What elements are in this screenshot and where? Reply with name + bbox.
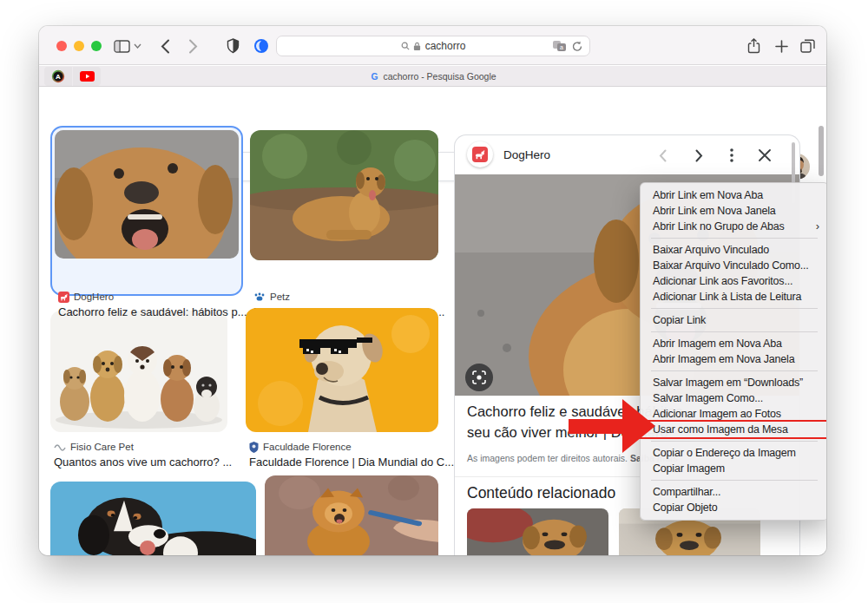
menu-item-open-link-new-tab[interactable]: Abrir Link em Nova Aba [641,187,826,203]
menu-separator [651,370,818,371]
result-image-1[interactable] [55,130,239,259]
reload-icon[interactable] [572,41,582,52]
back-icon [161,39,170,54]
back-button[interactable] [155,36,174,56]
tab-title: cachorro - Pesquisa Google [383,71,496,82]
lens-icon [472,370,486,384]
menu-item-open-link-new-window[interactable]: Abrir Link em Nova Janela [641,203,826,219]
result-image-5[interactable] [50,482,256,555]
screenshot-canvas: { "colors": { "annotation_red": "#e8231d… [0,0,868,603]
result-image-2[interactable] [250,130,438,260]
translate-icon[interactable]: a [552,40,567,52]
svg-text:A: A [56,73,61,81]
menu-item-copy-object[interactable]: Copiar Objeto [641,500,826,515]
url-text: cachorro [425,40,466,52]
menu-item-download-linked-file-as[interactable]: Baixar Arquivo Vinculado Como... [641,258,826,273]
youtube-icon [80,71,95,82]
sidebar-menu-chevron[interactable] [131,36,143,56]
menu-item-download-linked-file[interactable]: Baixar Arquivo Vinculado [641,242,826,258]
close-window-button[interactable] [56,41,67,51]
result-image-4[interactable] [246,308,438,432]
result-source-1[interactable]: DogHero [58,291,114,303]
panel-close-button[interactable] [755,146,774,165]
related-dog-photo-1 [467,508,608,555]
result-source-4[interactable]: Faculdade Florence [249,441,352,453]
share-icon [747,38,760,54]
zoom-window-button[interactable] [91,41,102,51]
arrow-shaft [569,419,624,434]
new-tab-button[interactable] [772,36,791,56]
tab-overview-icon [800,39,815,53]
menu-separator [651,331,818,332]
pomeranian-grooming-photo [265,475,438,555]
extension-icon [253,38,269,54]
result-title-3[interactable]: Quantos anos vive um cachorro? ... [54,456,232,469]
address-bar[interactable]: cachorro a [276,36,590,56]
menu-separator [651,238,818,239]
a-site-icon: A [51,69,65,83]
related-image-1[interactable] [467,508,608,555]
extension-button[interactable] [252,36,271,56]
panel-header: DogHero [455,135,799,174]
fisio-care-favicon [54,443,66,451]
browser-toolbar: cachorro a [39,26,826,65]
red-annotation-arrow [569,399,655,453]
sidebar-icon [114,40,130,53]
menu-item-save-image-as[interactable]: Salvar Imagem Como... [641,390,826,406]
menu-item-copy-link[interactable]: Copiar Link [641,312,826,328]
menu-item-use-as-desktop-picture[interactable]: Usar como Imagem da Mesa [641,422,826,437]
share-button[interactable] [744,36,763,56]
active-tab[interactable]: G cachorro - Pesquisa Google [369,66,496,87]
shield-icon [227,38,240,54]
menu-item-save-image-downloads[interactable]: Salvar Imagem em “Downloads” [641,375,826,390]
menu-item-open-image-new-tab[interactable]: Abrir Imagem em Nova Aba [641,336,826,351]
doghero-logo-icon [472,147,488,162]
menu-separator [651,308,818,309]
more-dots-icon [730,148,733,162]
panel-source-logo[interactable] [467,141,493,167]
tab-overview-button[interactable] [798,36,817,56]
sidebar-toggle-button[interactable] [112,36,131,56]
result-image-6[interactable] [265,475,438,555]
menu-item-open-image-new-window[interactable]: Abrir Imagem em Nova Janela [641,351,826,367]
google-g-icon: G [369,72,378,82]
doghero-favicon [58,292,69,303]
result-image-3[interactable] [50,311,227,432]
google-lens-button[interactable] [465,364,493,391]
tab-bar: A G cachorro - Pesquisa Google [39,66,826,87]
forward-button[interactable] [183,36,202,56]
menu-item-open-link-tab-group[interactable]: Abrir Link no Grupo de Abas› [641,219,826,234]
result-title-4[interactable]: Faculdade Florence | Dia Mundial do C... [249,456,440,469]
menu-item-add-link-reading-list[interactable]: Adicionar Link à Lista de Leitura [641,289,826,305]
result-source-3[interactable]: Fisio Care Pet [54,441,134,453]
chevron-left-icon [659,149,667,162]
panel-prev-button[interactable] [653,146,672,165]
menu-item-share[interactable]: Compartilhar... [641,484,826,500]
golden-retriever-forest-photo [250,130,438,260]
menu-item-copy-image[interactable]: Copiar Imagem [641,461,826,476]
page-scrollbar[interactable] [819,126,824,176]
meme-dog-sunglasses-photo [246,308,438,432]
arrow-head [622,399,655,453]
minimize-window-button[interactable] [74,41,84,51]
related-heading: Conteúdo relacionado [467,484,615,502]
pinned-tab-youtube[interactable] [73,67,101,86]
panel-source-name: DogHero [503,148,550,161]
panel-next-button[interactable] [689,146,708,165]
privacy-report-button[interactable] [223,36,242,56]
menu-item-add-link-bookmarks[interactable]: Adicionar Link aos Favoritos... [641,273,826,289]
plus-icon [775,40,788,53]
svg-text:G: G [371,72,378,82]
safari-window: cachorro a A G cachorro - Pesquisa Googl… [39,26,826,555]
submenu-chevron-icon: › [816,219,819,234]
panel-more-button[interactable] [722,146,741,165]
menu-separator [651,441,818,442]
result-title-1[interactable]: Cachorro feliz e saudável: hábitos p... [58,305,236,318]
result-source-2[interactable]: Petz [253,291,290,303]
context-menu: Abrir Link em Nova Aba Abrir Link em Nov… [640,182,826,521]
forward-icon [188,39,198,54]
five-puppies-photo [50,311,227,432]
pinned-tab-1[interactable]: A [44,67,72,86]
bernese-dog-photo [50,482,256,555]
menu-item-copy-image-address[interactable]: Copiar o Endereço da Imagem [641,445,826,461]
